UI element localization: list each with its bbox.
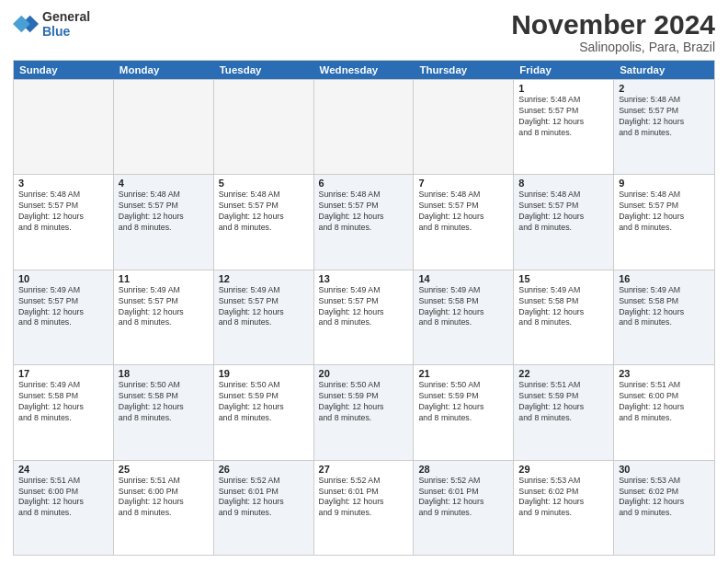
day-cell: 21Sunrise: 5:50 AM Sunset: 5:59 PM Dayli…	[414, 365, 514, 459]
day-cell	[114, 80, 214, 174]
day-number: 27	[319, 464, 409, 475]
day-number: 26	[219, 464, 309, 475]
day-number: 15	[518, 273, 609, 284]
day-number: 2	[619, 83, 710, 94]
weeks: 1Sunrise: 5:48 AM Sunset: 5:57 PM Daylig…	[14, 79, 714, 555]
day-number: 17	[18, 368, 108, 379]
day-cell: 14Sunrise: 5:49 AM Sunset: 5:58 PM Dayli…	[414, 270, 514, 364]
day-cell: 16Sunrise: 5:49 AM Sunset: 5:58 PM Dayli…	[614, 270, 714, 364]
logo-icon	[13, 11, 39, 37]
day-cell: 7Sunrise: 5:48 AM Sunset: 5:57 PM Daylig…	[414, 175, 514, 269]
day-cell: 13Sunrise: 5:49 AM Sunset: 5:57 PM Dayli…	[314, 270, 415, 364]
day-cell: 4Sunrise: 5:48 AM Sunset: 5:57 PM Daylig…	[114, 175, 214, 269]
day-info: Sunrise: 5:51 AM Sunset: 6:00 PM Dayligh…	[18, 476, 108, 520]
day-info: Sunrise: 5:49 AM Sunset: 5:57 PM Dayligh…	[119, 285, 209, 329]
month-title: November 2024	[511, 9, 715, 40]
day-cell: 9Sunrise: 5:48 AM Sunset: 5:57 PM Daylig…	[614, 175, 714, 269]
day-cell: 24Sunrise: 5:51 AM Sunset: 6:00 PM Dayli…	[14, 461, 114, 555]
day-cell: 19Sunrise: 5:50 AM Sunset: 5:59 PM Dayli…	[214, 365, 314, 459]
svg-marker-1	[13, 16, 30, 33]
day-headers: SundayMondayTuesdayWednesdayThursdayFrid…	[14, 61, 714, 79]
day-number: 3	[18, 178, 108, 189]
week-row: 10Sunrise: 5:49 AM Sunset: 5:57 PM Dayli…	[14, 270, 714, 364]
day-cell: 15Sunrise: 5:49 AM Sunset: 5:58 PM Dayli…	[514, 270, 614, 364]
day-cell: 30Sunrise: 5:53 AM Sunset: 6:02 PM Dayli…	[614, 461, 714, 555]
day-cell: 1Sunrise: 5:48 AM Sunset: 5:57 PM Daylig…	[514, 80, 614, 174]
day-info: Sunrise: 5:48 AM Sunset: 5:57 PM Dayligh…	[619, 190, 710, 234]
day-header-wednesday: Wednesday	[314, 61, 415, 79]
day-info: Sunrise: 5:48 AM Sunset: 5:57 PM Dayligh…	[518, 95, 609, 139]
day-cell: 26Sunrise: 5:52 AM Sunset: 6:01 PM Dayli…	[214, 461, 314, 555]
header: General Blue November 2024 Salinopolis, …	[13, 9, 715, 54]
day-info: Sunrise: 5:48 AM Sunset: 5:57 PM Dayligh…	[219, 190, 309, 234]
logo-line2: Blue	[42, 24, 70, 39]
week-row: 24Sunrise: 5:51 AM Sunset: 6:00 PM Dayli…	[14, 460, 714, 555]
calendar: SundayMondayTuesdayWednesdayThursdayFrid…	[13, 60, 715, 556]
day-number: 24	[18, 464, 108, 475]
logo: General Blue	[13, 9, 90, 39]
day-number: 5	[219, 178, 309, 189]
day-header-sunday: Sunday	[14, 61, 114, 79]
logo-text: General Blue	[42, 9, 90, 39]
day-number: 12	[219, 273, 309, 284]
day-cell: 29Sunrise: 5:53 AM Sunset: 6:02 PM Dayli…	[514, 461, 614, 555]
day-info: Sunrise: 5:49 AM Sunset: 5:58 PM Dayligh…	[518, 285, 609, 329]
day-cell	[214, 80, 314, 174]
day-number: 20	[319, 368, 409, 379]
day-number: 9	[619, 178, 710, 189]
day-cell: 27Sunrise: 5:52 AM Sunset: 6:01 PM Dayli…	[314, 461, 415, 555]
day-number: 13	[319, 273, 409, 284]
day-number: 4	[119, 178, 209, 189]
day-number: 19	[219, 368, 309, 379]
day-info: Sunrise: 5:51 AM Sunset: 5:59 PM Dayligh…	[518, 380, 609, 424]
day-info: Sunrise: 5:53 AM Sunset: 6:02 PM Dayligh…	[518, 476, 609, 520]
day-cell: 17Sunrise: 5:49 AM Sunset: 5:58 PM Dayli…	[14, 365, 114, 459]
day-number: 8	[518, 178, 609, 189]
day-info: Sunrise: 5:49 AM Sunset: 5:58 PM Dayligh…	[619, 285, 710, 329]
day-cell	[14, 80, 114, 174]
day-number: 28	[418, 464, 508, 475]
day-number: 11	[119, 273, 209, 284]
day-cell: 11Sunrise: 5:49 AM Sunset: 5:57 PM Dayli…	[114, 270, 214, 364]
day-info: Sunrise: 5:48 AM Sunset: 5:57 PM Dayligh…	[319, 190, 409, 234]
day-number: 18	[119, 368, 209, 379]
day-info: Sunrise: 5:48 AM Sunset: 5:57 PM Dayligh…	[518, 190, 609, 234]
day-cell: 22Sunrise: 5:51 AM Sunset: 5:59 PM Dayli…	[514, 365, 614, 459]
day-number: 6	[319, 178, 409, 189]
day-info: Sunrise: 5:53 AM Sunset: 6:02 PM Dayligh…	[619, 476, 710, 520]
week-row: 1Sunrise: 5:48 AM Sunset: 5:57 PM Daylig…	[14, 79, 714, 174]
day-number: 21	[418, 368, 508, 379]
day-cell: 20Sunrise: 5:50 AM Sunset: 5:59 PM Dayli…	[314, 365, 415, 459]
day-cell: 28Sunrise: 5:52 AM Sunset: 6:01 PM Dayli…	[414, 461, 514, 555]
day-number: 25	[119, 464, 209, 475]
week-row: 17Sunrise: 5:49 AM Sunset: 5:58 PM Dayli…	[14, 364, 714, 459]
day-header-saturday: Saturday	[614, 61, 714, 79]
day-info: Sunrise: 5:49 AM Sunset: 5:58 PM Dayligh…	[18, 380, 108, 424]
day-number: 22	[518, 368, 609, 379]
day-info: Sunrise: 5:49 AM Sunset: 5:57 PM Dayligh…	[18, 285, 108, 329]
title-block: November 2024 Salinopolis, Para, Brazil	[511, 9, 715, 54]
day-info: Sunrise: 5:52 AM Sunset: 6:01 PM Dayligh…	[418, 476, 508, 520]
day-cell: 25Sunrise: 5:51 AM Sunset: 6:00 PM Dayli…	[114, 461, 214, 555]
location: Salinopolis, Para, Brazil	[511, 40, 715, 54]
day-info: Sunrise: 5:50 AM Sunset: 5:59 PM Dayligh…	[319, 380, 409, 424]
day-info: Sunrise: 5:48 AM Sunset: 5:57 PM Dayligh…	[18, 190, 108, 234]
day-header-thursday: Thursday	[414, 61, 514, 79]
day-cell: 5Sunrise: 5:48 AM Sunset: 5:57 PM Daylig…	[214, 175, 314, 269]
day-cell: 10Sunrise: 5:49 AM Sunset: 5:57 PM Dayli…	[14, 270, 114, 364]
day-info: Sunrise: 5:48 AM Sunset: 5:57 PM Dayligh…	[619, 95, 710, 139]
day-cell: 6Sunrise: 5:48 AM Sunset: 5:57 PM Daylig…	[314, 175, 415, 269]
day-info: Sunrise: 5:52 AM Sunset: 6:01 PM Dayligh…	[319, 476, 409, 520]
day-info: Sunrise: 5:50 AM Sunset: 5:58 PM Dayligh…	[119, 380, 209, 424]
day-info: Sunrise: 5:52 AM Sunset: 6:01 PM Dayligh…	[219, 476, 309, 520]
day-cell: 3Sunrise: 5:48 AM Sunset: 5:57 PM Daylig…	[14, 175, 114, 269]
day-info: Sunrise: 5:49 AM Sunset: 5:57 PM Dayligh…	[319, 285, 409, 329]
day-info: Sunrise: 5:48 AM Sunset: 5:57 PM Dayligh…	[119, 190, 209, 234]
day-cell: 2Sunrise: 5:48 AM Sunset: 5:57 PM Daylig…	[614, 80, 714, 174]
day-header-monday: Monday	[114, 61, 214, 79]
day-number: 30	[619, 464, 710, 475]
day-cell: 8Sunrise: 5:48 AM Sunset: 5:57 PM Daylig…	[514, 175, 614, 269]
day-info: Sunrise: 5:51 AM Sunset: 6:00 PM Dayligh…	[619, 380, 710, 424]
day-number: 7	[418, 178, 508, 189]
day-cell: 18Sunrise: 5:50 AM Sunset: 5:58 PM Dayli…	[114, 365, 214, 459]
